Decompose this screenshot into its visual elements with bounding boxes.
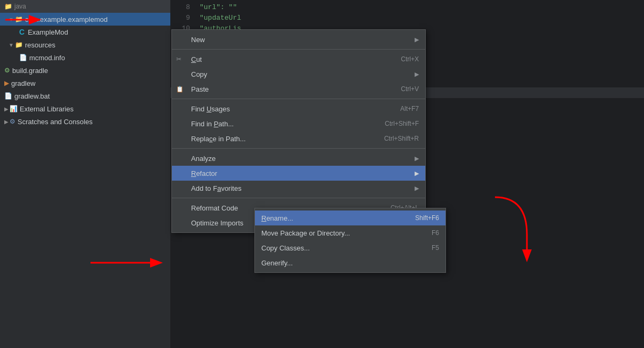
submenu-item-move-package-label: Move Package or Directory... <box>261 229 416 237</box>
arrow-icon: ▶ <box>4 119 9 125</box>
menu-item-replace-in-path-label: Replace in Path... <box>191 135 368 143</box>
menu-item-find-usages[interactable]: Find Usages Alt+F7 <box>172 101 425 116</box>
menu-item-copy[interactable]: Copy ▶ <box>172 67 425 82</box>
replace-in-path-shortcut: Ctrl+Shift+R <box>384 135 419 142</box>
tree-item-label: com.example.examplemod <box>25 15 108 23</box>
cut-icon: ✂ <box>176 55 181 63</box>
submenu-item-copy-classes-label: Copy Classes... <box>261 244 416 252</box>
submenu-item-rename-label: Rename... <box>261 214 399 222</box>
menu-item-analyze[interactable]: Analyze ▶ <box>172 151 425 166</box>
submenu-item-rename[interactable]: Rename... Shift+F6 <box>255 211 445 225</box>
menu-separator-4 <box>172 198 425 198</box>
folder-icon: 📁 <box>15 41 23 48</box>
menu-item-cut-label: Cut <box>191 55 385 63</box>
refactor-submenu: Rename... Shift+F6 Move Package or Direc… <box>254 208 446 273</box>
menu-separator-3 <box>172 148 425 149</box>
gradle-icon: ⚙ <box>4 67 10 74</box>
tree-item-gradlew[interactable]: ▶ gradlew <box>0 77 170 90</box>
tree-item-label: ExampleMod <box>28 28 68 36</box>
tree-item-external-libs[interactable]: ▶ 📊 External Libraries <box>0 102 170 115</box>
tree-item-scratches[interactable]: ▶ ⚙ Scratches and Consoles <box>0 115 170 128</box>
arrow-icon: ▼ <box>9 17 14 22</box>
menu-item-add-to-favorites-label: Add to Favorites <box>191 184 410 192</box>
class-icon: C <box>19 28 24 36</box>
tree-item-label: build.gradle <box>12 67 48 75</box>
submenu-item-move-package[interactable]: Move Package or Directory... F6 <box>255 225 445 240</box>
tree-item-com-example[interactable]: ▼ 📁 com.example.examplemod <box>0 13 170 26</box>
submenu-item-copy-classes[interactable]: Copy Classes... F5 <box>255 240 445 255</box>
find-in-path-shortcut: Ctrl+Shift+F <box>385 120 419 127</box>
tree-item-label: resources <box>25 41 55 49</box>
tree-item-java[interactable]: 📁 java <box>0 0 170 13</box>
menu-item-analyze-label: Analyze <box>191 155 410 163</box>
submenu-arrow-icon: ▶ <box>415 155 419 162</box>
tree-item-label: External Libraries <box>20 105 73 113</box>
menu-item-find-in-path[interactable]: Find in Path... Ctrl+Shift+F <box>172 116 425 131</box>
tree-item-label: gradlew <box>11 79 36 87</box>
tree-item-mcmod[interactable]: 📄 mcmod.info <box>0 51 170 64</box>
menu-item-find-usages-label: Find Usages <box>191 105 384 113</box>
menu-separator-2 <box>172 99 425 99</box>
menu-item-new-label: New <box>191 36 410 44</box>
paste-icon: 📋 <box>176 86 184 93</box>
menu-item-copy-label: Copy <box>191 70 410 78</box>
scratches-icon: ⚙ <box>10 118 15 125</box>
submenu-item-generify[interactable]: Generify... <box>255 255 445 270</box>
submenu-arrow-icon: ▶ <box>415 36 419 43</box>
exec-icon: ▶ <box>4 79 9 87</box>
tree-item-label: gradlew.bat <box>14 92 50 100</box>
submenu-arrow-icon: ▶ <box>415 71 419 78</box>
tree-item-build-gradle[interactable]: ⚙ build.gradle <box>0 64 170 77</box>
libs-icon: 📊 <box>10 105 18 112</box>
menu-item-refactor[interactable]: Refactor ▶ <box>172 166 425 181</box>
tree-item-label: mcmod.info <box>29 54 65 62</box>
copy-classes-shortcut: F5 <box>432 244 439 252</box>
menu-item-paste[interactable]: 📋 Paste Ctrl+V <box>172 82 425 96</box>
file-icon: 📄 <box>19 54 27 61</box>
folder-icon: 📁 <box>15 15 23 23</box>
menu-item-find-in-path-label: Find in Path... <box>191 120 369 128</box>
menu-item-replace-in-path[interactable]: Replace in Path... Ctrl+Shift+R <box>172 131 425 146</box>
arrow-icon: ▶ <box>4 106 9 112</box>
arrow-icon: ▼ <box>9 42 14 48</box>
paste-shortcut: Ctrl+V <box>401 85 419 93</box>
tree-item-examplemod[interactable]: C ExampleMod <box>0 26 170 38</box>
menu-item-paste-label: Paste <box>191 85 385 93</box>
submenu-arrow-icon: ▶ <box>415 170 419 177</box>
menu-item-cut[interactable]: ✂ Cut Ctrl+X <box>172 52 425 67</box>
submenu-arrow-icon: ▶ <box>415 185 419 192</box>
java-icon: 📁 <box>4 3 12 10</box>
context-menu: New ▶ ✂ Cut Ctrl+X Copy ▶ 📋 Paste Ctrl+V… <box>171 29 426 233</box>
rename-shortcut: Shift+F6 <box>415 214 439 222</box>
tree-item-gradlew-bat[interactable]: 📄 gradlew.bat <box>0 90 170 102</box>
submenu-item-generify-label: Generify... <box>261 259 439 267</box>
cut-shortcut: Ctrl+X <box>401 55 419 63</box>
find-usages-shortcut: Alt+F7 <box>400 105 419 112</box>
menu-separator-1 <box>172 49 425 50</box>
menu-item-add-to-favorites[interactable]: Add to Favorites ▶ <box>172 181 425 196</box>
menu-item-new[interactable]: New ▶ <box>172 32 425 47</box>
tree-item-label: Scratches and Consoles <box>18 118 93 126</box>
tree-item-resources[interactable]: ▼ 📁 resources <box>0 38 170 51</box>
project-panel: 📁 java ▼ 📁 com.example.examplemod C Exam… <box>0 0 170 348</box>
move-package-shortcut: F6 <box>432 229 439 237</box>
file-icon: 📄 <box>4 92 12 100</box>
menu-item-refactor-label: Refactor <box>191 169 410 177</box>
